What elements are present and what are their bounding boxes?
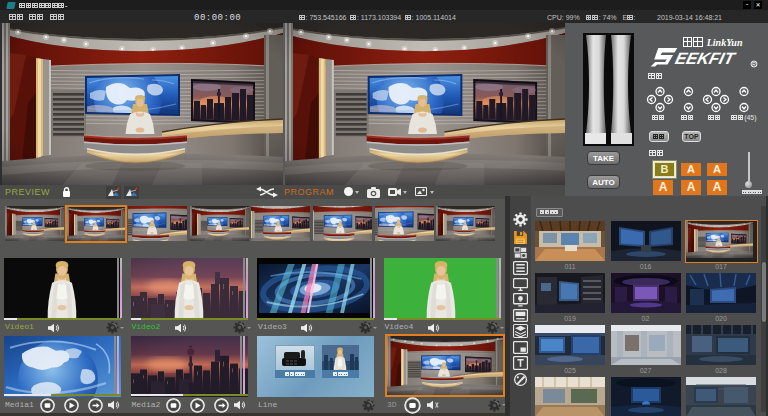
svg-text:EEKFIT: EEKFIT bbox=[673, 50, 738, 69]
svg-text:R: R bbox=[752, 61, 756, 67]
